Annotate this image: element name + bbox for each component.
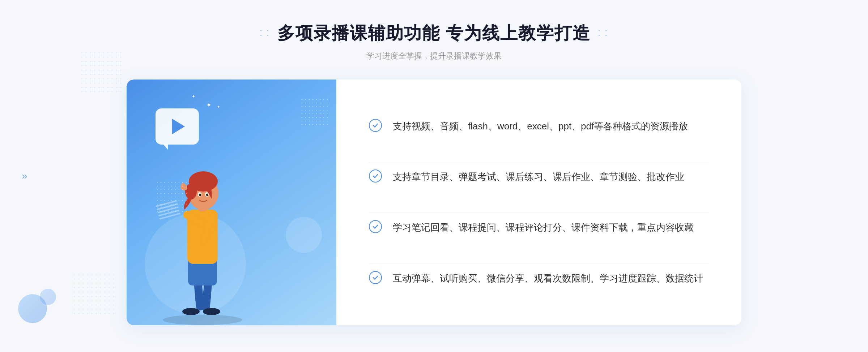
feature-text-1: 支持视频、音频、flash、word、excel、ppt、pdf等各种格式的资源… <box>393 119 688 134</box>
subtitle: 学习进度全掌握，提升录播课教学效果 <box>260 51 608 61</box>
feature-text-4: 互动弹幕、试听购买、微信分享、观看次数限制、学习进度跟踪、数据统计 <box>393 271 703 286</box>
sparkle-icon-2: ✦ <box>192 94 195 99</box>
deco-circle-small <box>286 217 322 253</box>
main-title: 多项录播课辅助功能 专为线上教学打造 <box>277 22 590 45</box>
check-icon-4 <box>369 271 382 284</box>
sparkle-icon-3: ✦ <box>217 105 220 109</box>
dots-decoration-bottom-left <box>72 272 116 316</box>
feature-item-1: 支持视频、音频、flash、word、excel、ppt、pdf等各种格式的资源… <box>369 112 709 141</box>
feature-item-2: 支持章节目录、弹题考试、课后练习、课后作业、章节测验、批改作业 <box>369 162 709 192</box>
left-chevron-icon: » <box>22 170 27 182</box>
feature-text-2: 支持章节目录、弹题考试、课后练习、课后作业、章节测验、批改作业 <box>393 169 684 185</box>
check-icon-3 <box>369 220 382 233</box>
feature-item-4: 互动弹幕、试听购买、微信分享、观看次数限制、学习进度跟踪、数据统计 <box>369 263 709 293</box>
check-icon-1 <box>369 119 382 132</box>
svg-point-0 <box>163 315 242 325</box>
title-dots-right: ⁚ ⁚ <box>598 29 608 38</box>
main-content-card: ✦ ✦ ✦ <box>127 80 741 325</box>
person-illustration <box>148 123 257 325</box>
left-illustration-panel: ✦ ✦ ✦ <box>127 80 336 325</box>
right-features-panel: 支持视频、音频、flash、word、excel、ppt、pdf等各种格式的资源… <box>336 80 741 325</box>
header-section: ⁚ ⁚ 多项录播课辅助功能 专为线上教学打造 ⁚ ⁚ 学习进度全掌握，提升录播课… <box>260 22 608 61</box>
feature-item-3: 学习笔记回看、课程提问、课程评论打分、课件资料下载，重点内容收藏 <box>369 213 709 242</box>
dots-decoration-top-left <box>80 51 123 94</box>
svg-point-4 <box>203 308 220 315</box>
dots-pattern-image <box>156 181 188 213</box>
title-dots-left: ⁚ ⁚ <box>260 29 270 38</box>
check-icon-2 <box>369 169 382 183</box>
corner-dots-decoration <box>300 98 329 126</box>
page-container: » ⁚ ⁚ 多项录播课辅助功能 专为线上教学打造 ⁚ ⁚ 学习进度全掌握，提升录… <box>0 0 868 352</box>
blue-circle-small <box>40 289 56 305</box>
svg-point-16 <box>206 194 208 196</box>
feature-text-3: 学习笔记回看、课程提问、课程评论打分、课件资料下载，重点内容收藏 <box>393 220 694 235</box>
svg-point-15 <box>199 194 201 196</box>
sparkle-icon-1: ✦ <box>206 101 212 109</box>
svg-point-3 <box>182 308 200 315</box>
